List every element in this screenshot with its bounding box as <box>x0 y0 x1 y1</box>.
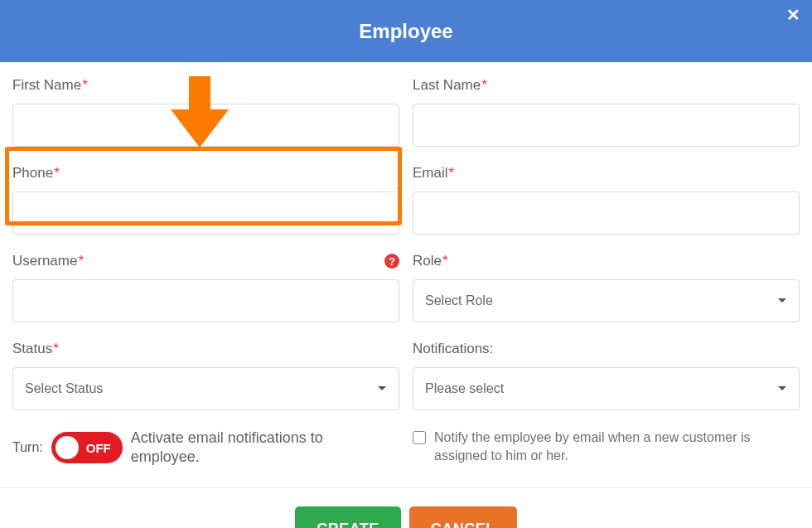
notify-checkbox-label: Notify the employee by email when a new … <box>434 429 800 466</box>
username-input[interactable] <box>12 279 399 322</box>
required-mark: * <box>442 253 448 269</box>
status-label: Status* <box>12 341 399 357</box>
role-select-value: Select Role <box>425 293 493 308</box>
username-label: Username* <box>12 253 399 269</box>
chevron-down-icon <box>377 385 387 392</box>
first-name-label: First Name* <box>12 77 399 94</box>
role-select[interactable]: Select Role <box>413 279 800 322</box>
create-button[interactable]: CREATE <box>295 506 401 528</box>
modal-title: Employee <box>359 20 452 43</box>
email-label: Email* <box>413 165 800 182</box>
last-name-label: Last Name* <box>413 77 800 94</box>
required-mark: * <box>53 341 59 356</box>
close-icon[interactable]: ✕ <box>786 7 800 23</box>
status-select-value: Select Status <box>25 381 103 396</box>
phone-input[interactable] <box>12 191 399 235</box>
required-mark: * <box>481 77 487 93</box>
phone-label: Phone* <box>12 165 399 182</box>
required-mark: * <box>82 77 88 93</box>
cancel-button[interactable]: CANCEL <box>409 506 517 528</box>
turn-label: Turn: <box>12 440 43 455</box>
help-icon[interactable]: ? <box>384 254 399 269</box>
email-input[interactable] <box>413 191 800 235</box>
required-mark: * <box>54 165 60 181</box>
role-label: Role* <box>413 253 800 269</box>
required-mark: * <box>78 253 84 269</box>
last-name-input[interactable] <box>413 104 800 147</box>
notifications-select-value: Please select <box>425 381 504 396</box>
modal-header: Employee ✕ <box>0 0 812 62</box>
status-select[interactable]: Select Status <box>12 367 399 410</box>
email-toggle[interactable]: OFF <box>51 432 123 463</box>
employee-form: First Name* Last Name* Phone* Email* <box>0 62 812 467</box>
chevron-down-icon <box>777 385 787 392</box>
first-name-input[interactable] <box>12 104 399 147</box>
modal-footer: CREATE CANCEL <box>0 487 812 528</box>
notify-checkbox[interactable] <box>413 431 426 444</box>
chevron-down-icon <box>777 298 787 304</box>
toggle-description: Activate email notifications to employee… <box>131 429 363 467</box>
notifications-label: Notifications: <box>413 341 800 357</box>
notifications-select[interactable]: Please select <box>413 367 800 410</box>
toggle-state: OFF <box>86 441 111 455</box>
required-mark: * <box>449 165 455 181</box>
toggle-knob <box>56 436 79 459</box>
